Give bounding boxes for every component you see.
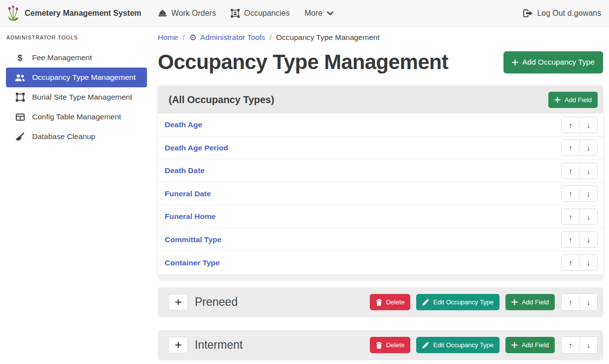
move-down-button[interactable]: ↓	[579, 294, 597, 310]
breadcrumb-current: Occupancy Type Management	[276, 33, 380, 42]
move-down-button[interactable]: ↓	[579, 232, 597, 247]
sidebar-item-config-table-management[interactable]: Config Table Management	[6, 107, 147, 127]
card-title: (All Occupancy Types)	[169, 94, 274, 106]
sidebar-item-burial-site-type-management[interactable]: Burial Site Type Management	[6, 87, 147, 107]
move-up-button[interactable]: ↑	[562, 209, 579, 224]
move-up-button[interactable]: ↑	[562, 294, 579, 310]
trash-icon	[376, 342, 382, 349]
app-brand[interactable]: Cemetery Management System	[7, 5, 142, 22]
app-title: Cemetery Management System	[25, 9, 142, 18]
breadcrumb-link-administrator-tools[interactable]: ⚙ Administrator Tools	[189, 33, 265, 42]
logout-icon	[523, 9, 533, 17]
plus-icon	[512, 59, 518, 66]
field-list: Death Age ↑ ↓ Death Age Period ↑ ↓ Death…	[158, 113, 603, 274]
move-up-button[interactable]: ↑	[562, 140, 579, 155]
field-link-funeral-date[interactable]: Funeral Date	[165, 189, 211, 198]
field-link-container-type[interactable]: Container Type	[165, 258, 220, 267]
edit-occupancy-type-button-preneed[interactable]: Edit Occupancy Type	[416, 294, 500, 310]
add-occupancy-type-button[interactable]: Add Occupancy Type	[503, 51, 603, 73]
move-down-button[interactable]: ↓	[579, 255, 597, 270]
move-up-button[interactable]: ↑	[562, 337, 579, 353]
reorder-buttons: ↑ ↓	[561, 140, 598, 156]
plus-icon	[511, 299, 518, 305]
reorder-buttons: ↑ ↓	[561, 163, 598, 179]
move-up-button[interactable]: ↑	[562, 186, 579, 201]
nav-item-work-orders[interactable]: Work Orders	[150, 4, 223, 22]
breadcrumb-link-home[interactable]: Home	[158, 33, 178, 42]
nav-menu: Work Orders Occupancies More	[150, 4, 341, 22]
gear-icon: ⚙	[189, 34, 197, 42]
reorder-buttons: ↑ ↓	[561, 231, 598, 248]
logout-label: Log Out d.gowans	[537, 9, 601, 18]
field-link-committal-type[interactable]: Committal Type	[165, 235, 221, 244]
pencil-icon	[422, 299, 429, 306]
occupancy-type-section-interment: Interment Delete Edit Occupancy Type Add…	[158, 330, 603, 360]
sidebar: ADMINISTRATOR TOOLS $ Fee Management Occ…	[0, 27, 153, 364]
sidebar-item-label: Config Table Management	[32, 112, 121, 121]
delete-button-interment[interactable]: Delete	[370, 337, 411, 353]
delete-button-preneed[interactable]: Delete	[370, 294, 411, 310]
card-footer	[158, 274, 603, 280]
chevron-down-icon	[327, 11, 333, 16]
move-up-button[interactable]: ↑	[562, 117, 579, 133]
move-down-button[interactable]: ↓	[579, 140, 597, 155]
sidebar-item-label: Database Cleanup	[32, 132, 95, 141]
move-down-button[interactable]: ↓	[579, 117, 597, 133]
field-row: Death Date ↑ ↓	[158, 159, 603, 182]
nav-item-label: Occupancies	[244, 9, 290, 18]
sidebar-item-occupancy-type-management[interactable]: Occupancy Type Management	[6, 68, 147, 87]
move-down-button[interactable]: ↓	[579, 337, 597, 353]
reorder-buttons: ↑ ↓	[561, 255, 598, 271]
broom-icon	[14, 132, 26, 141]
trash-icon	[376, 299, 382, 306]
move-down-button[interactable]: ↓	[579, 163, 597, 179]
sidebar-item-label: Occupancy Type Management	[32, 73, 136, 82]
nav-item-occupancies[interactable]: Occupancies	[223, 4, 297, 22]
reorder-buttons: ↑ ↓	[561, 336, 598, 354]
field-row: Container Type ↑ ↓	[158, 251, 603, 274]
edit-occupancy-type-button-interment[interactable]: Edit Occupancy Type	[416, 337, 500, 353]
nav-item-label: Work Orders	[172, 9, 216, 18]
move-up-button[interactable]: ↑	[562, 232, 579, 247]
field-link-death-age[interactable]: Death Age	[165, 120, 202, 129]
occupancy-frame-icon	[231, 9, 240, 18]
dollar-icon: $	[14, 54, 26, 62]
plus-icon	[511, 342, 518, 348]
section-title: Preneed	[195, 295, 238, 309]
field-link-funeral-home[interactable]: Funeral Home	[165, 212, 215, 221]
hard-hat-icon	[158, 9, 167, 17]
field-row: Funeral Date ↑ ↓	[158, 182, 603, 206]
section-title: Interment	[195, 338, 243, 352]
breadcrumb-separator: /	[182, 33, 184, 42]
move-down-button[interactable]: ↓	[579, 209, 597, 224]
occupancy-type-section-preneed: Preneed Delete Edit Occupancy Type Add F…	[158, 288, 603, 317]
field-link-death-age-period[interactable]: Death Age Period	[165, 144, 228, 152]
breadcrumb-separator: /	[269, 33, 271, 42]
add-field-button-preneed[interactable]: Add Field	[505, 294, 555, 310]
pencil-icon	[422, 342, 429, 349]
sidebar-item-label: Burial Site Type Management	[32, 93, 132, 102]
nav-item-more[interactable]: More	[297, 4, 340, 22]
sidebar-item-fee-management[interactable]: $ Fee Management	[6, 48, 147, 68]
page-title: Occupancy Type Management	[158, 50, 448, 74]
all-occupancy-types-card: (All Occupancy Types) Add Field Death Ag…	[158, 86, 603, 280]
reorder-buttons: ↑ ↓	[561, 117, 598, 133]
top-navbar: Cemetery Management System Work Orders O…	[0, 0, 609, 27]
field-link-death-date[interactable]: Death Date	[165, 166, 205, 175]
move-down-button[interactable]: ↓	[579, 186, 597, 201]
logout-button[interactable]: Log Out d.gowans	[523, 9, 602, 18]
add-field-button-interment[interactable]: Add Field	[505, 337, 555, 353]
add-field-button-all-types[interactable]: Add Field	[548, 92, 598, 108]
field-row: Death Age Period ↑ ↓	[158, 137, 603, 160]
field-row: Death Age ↑ ↓	[158, 113, 603, 137]
sidebar-item-label: Fee Management	[32, 53, 92, 62]
sidebar-item-database-cleanup[interactable]: Database Cleanup	[6, 127, 147, 146]
reorder-buttons: ↑ ↓	[561, 209, 598, 225]
plus-icon	[554, 97, 561, 103]
move-up-button[interactable]: ↑	[562, 163, 579, 179]
expand-section-button[interactable]	[168, 337, 188, 353]
expand-section-button[interactable]	[168, 294, 188, 310]
reorder-buttons: ↑ ↓	[561, 185, 598, 202]
field-row: Funeral Home ↑ ↓	[158, 205, 603, 228]
move-up-button[interactable]: ↑	[562, 255, 579, 270]
